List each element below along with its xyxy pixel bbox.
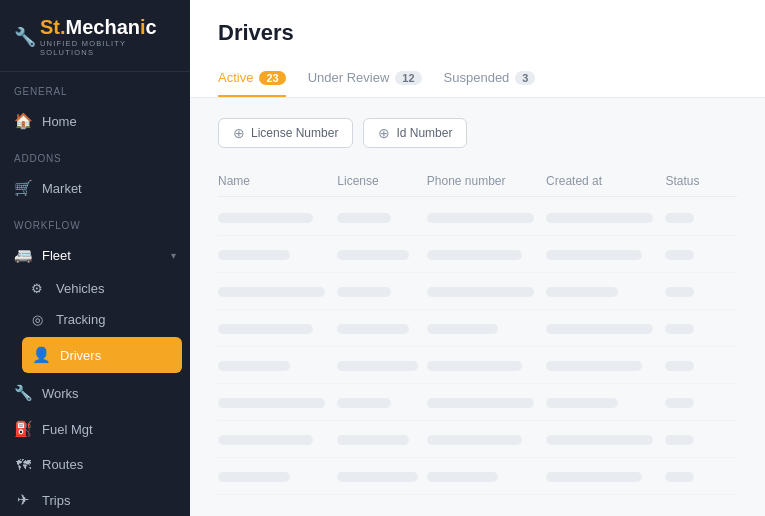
skeleton-cell [546, 398, 618, 408]
filter-label: Id Number [396, 126, 452, 140]
col-status: Status [665, 174, 737, 188]
plus-icon: ⊕ [378, 125, 390, 141]
tab-badge-review: 12 [395, 71, 421, 85]
skeleton-cell [427, 435, 522, 445]
tab-bar: Active 23 Under Review 12 Suspended 3 [218, 60, 737, 97]
fleet-subitems: ⚙ Vehicles ◎ Tracking 👤 Drivers [0, 273, 190, 375]
skeleton-cell [665, 213, 694, 223]
home-icon: 🏠 [14, 112, 32, 130]
sidebar-item-vehicles[interactable]: ⚙ Vehicles [14, 273, 190, 304]
skeleton-cell [427, 361, 522, 371]
skeleton-cell [665, 435, 694, 445]
table-row[interactable] [218, 238, 737, 273]
sidebar-item-tracking[interactable]: ◎ Tracking [14, 304, 190, 335]
drivers-table: Name License Phone number Created at Sta… [218, 166, 737, 495]
skeleton-cell [427, 398, 534, 408]
logo-mechanic: Mechan [66, 16, 140, 39]
skeleton-cell [546, 472, 641, 482]
skeleton-cell [337, 435, 409, 445]
sidebar-item-home[interactable]: 🏠 Home [0, 103, 190, 139]
skeleton-cell [427, 287, 534, 297]
tab-suspended[interactable]: Suspended 3 [444, 60, 536, 97]
tab-label: Suspended [444, 70, 510, 85]
sidebar-item-fuel-mgt[interactable]: ⛽ Fuel Mgt [0, 411, 190, 447]
table-row[interactable] [218, 201, 737, 236]
sidebar-item-fleet[interactable]: 🚐 Fleet ▾ [0, 237, 190, 273]
works-icon: 🔧 [14, 384, 32, 402]
logo-c: c [146, 16, 157, 39]
sidebar-item-market[interactable]: 🛒 Market [0, 170, 190, 206]
sidebar-item-label: Tracking [56, 312, 105, 327]
skeleton-cell [546, 250, 641, 260]
col-created: Created at [546, 174, 665, 188]
skeleton-cell [218, 250, 290, 260]
table-row[interactable] [218, 275, 737, 310]
col-phone: Phone number [427, 174, 546, 188]
sidebar-item-trips[interactable]: ✈ Trips [0, 482, 190, 516]
col-license: License [337, 174, 426, 188]
page-title: Drivers [218, 20, 737, 46]
sidebar-item-label: Drivers [60, 348, 101, 363]
skeleton-cell [337, 398, 391, 408]
page-header: Drivers Active 23 Under Review 12 Suspen… [190, 0, 765, 98]
fleet-icon: 🚐 [14, 246, 32, 264]
table-row[interactable] [218, 386, 737, 421]
skeleton-cell [546, 435, 653, 445]
skeleton-cell [337, 287, 391, 297]
table-header: Name License Phone number Created at Sta… [218, 166, 737, 197]
skeleton-cell [546, 324, 653, 334]
col-name: Name [218, 174, 337, 188]
skeleton-cell [665, 398, 694, 408]
sidebar-item-works[interactable]: 🔧 Works [0, 375, 190, 411]
main-content: Drivers Active 23 Under Review 12 Suspen… [190, 0, 765, 516]
sidebar-item-label: Home [42, 114, 77, 129]
skeleton-cell [665, 472, 694, 482]
section-addons: Addons [0, 139, 190, 170]
sidebar-item-routes[interactable]: 🗺 Routes [0, 447, 190, 482]
logo-subtitle: UNIFIED MOBILITY SOLUTIONS [40, 39, 176, 57]
skeleton-cell [218, 324, 313, 334]
plus-icon: ⊕ [233, 125, 245, 141]
filter-license-btn[interactable]: ⊕ License Number [218, 118, 353, 148]
sidebar-item-label: Routes [42, 457, 83, 472]
skeleton-cell [427, 324, 499, 334]
skeleton-cell [218, 398, 325, 408]
skeleton-cell [337, 250, 409, 260]
sidebar-item-drivers[interactable]: 👤 Drivers [22, 337, 182, 373]
routes-icon: 🗺 [14, 456, 32, 473]
sidebar: 🔧 St. Mechanic UNIFIED MOBILITY SOLUTION… [0, 0, 190, 516]
filter-id-btn[interactable]: ⊕ Id Number [363, 118, 467, 148]
skeleton-cell [546, 213, 653, 223]
market-icon: 🛒 [14, 179, 32, 197]
tab-badge-suspended: 3 [515, 71, 535, 85]
skeleton-cell [427, 250, 522, 260]
skeleton-cell [665, 361, 694, 371]
fuel-icon: ⛽ [14, 420, 32, 438]
filter-row: ⊕ License Number ⊕ Id Number [218, 118, 737, 148]
skeleton-cell [427, 472, 499, 482]
tab-label: Active [218, 70, 253, 85]
skeleton-cell [218, 287, 325, 297]
logo-area: 🔧 St. Mechanic UNIFIED MOBILITY SOLUTION… [0, 0, 190, 72]
trips-icon: ✈ [14, 491, 32, 509]
sidebar-item-label: Works [42, 386, 79, 401]
sidebar-item-label: Fuel Mgt [42, 422, 93, 437]
table-row[interactable] [218, 312, 737, 347]
table-row[interactable] [218, 349, 737, 384]
logo-st: St. [40, 16, 66, 39]
tracking-icon: ◎ [28, 312, 46, 327]
skeleton-cell [337, 361, 418, 371]
vehicles-icon: ⚙ [28, 281, 46, 296]
table-row[interactable] [218, 460, 737, 495]
skeleton-cell [427, 213, 534, 223]
table-row[interactable] [218, 423, 737, 458]
chevron-down-icon: ▾ [171, 250, 176, 261]
skeleton-cell [337, 213, 391, 223]
logo: 🔧 St. Mechanic UNIFIED MOBILITY SOLUTION… [14, 16, 176, 57]
sidebar-item-label: Trips [42, 493, 70, 508]
skeleton-cell [546, 287, 618, 297]
tab-active[interactable]: Active 23 [218, 60, 286, 97]
skeleton-cell [218, 361, 290, 371]
drivers-icon: 👤 [32, 346, 50, 364]
tab-under-review[interactable]: Under Review 12 [308, 60, 422, 97]
